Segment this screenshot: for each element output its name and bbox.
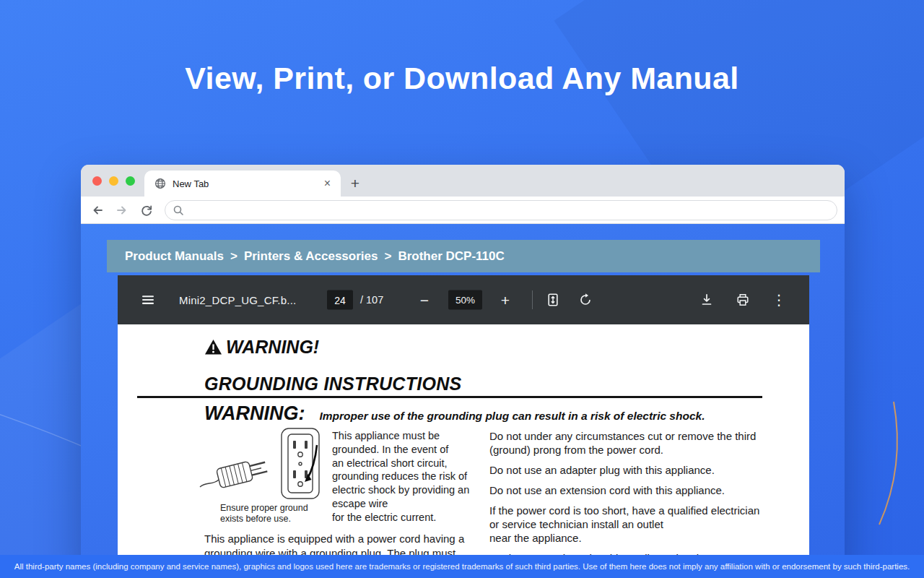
kebab-menu-icon[interactable]: ⋮ (766, 287, 792, 313)
page-title: View, Print, or Download Any Manual (0, 61, 924, 96)
download-icon[interactable] (694, 287, 720, 313)
browser-tab[interactable]: New Tab × (144, 171, 341, 197)
window-minimize-button[interactable] (109, 176, 118, 186)
pdf-page: WARNING! GROUNDING INSTRUCTIONS WARNING:… (118, 324, 809, 578)
window-zoom-button[interactable] (126, 176, 135, 186)
warning-triangle-icon (204, 339, 222, 355)
breadcrumb-item-product-manuals[interactable]: Product Manuals (125, 249, 224, 264)
page-total: / 107 (360, 294, 383, 306)
page-number-input[interactable] (327, 290, 353, 310)
pdf-filename: Mini2_DCP_UG_CF.b... (179, 294, 296, 306)
rotate-icon[interactable] (572, 287, 598, 313)
pdf-paragraph: If the power cord is too short, have a q… (489, 504, 778, 545)
zoom-level: 50% (448, 290, 482, 310)
tab-close-icon[interactable]: × (324, 178, 331, 189)
pdf-paragraph: Do not use an adapter plug with this app… (489, 463, 778, 477)
pdf-right-column: Do not under any circumstances cut or re… (489, 429, 778, 571)
breadcrumb-item-printers-accessories[interactable]: Printers & Accessories (244, 249, 378, 264)
pdf-warning-note: Improper use of the grounding plug can r… (319, 410, 705, 423)
browser-address-bar (81, 197, 845, 224)
browser-viewport: Product Manuals > Printers & Accessories… (81, 224, 845, 578)
pdf-warning-line: WARNING: Improper use of the grounding p… (204, 402, 705, 425)
pdf-paragraph: Do not under any circumstances cut or re… (489, 429, 778, 457)
footer-disclaimer: All third-party names (including company… (0, 555, 924, 578)
pdf-toolbar: Mini2_DCP_UG_CF.b... / 107 − 50% + (118, 275, 809, 324)
browser-window: New Tab × + Product Manuals > Printers &… (81, 165, 845, 578)
window-controls (92, 176, 135, 186)
back-icon[interactable] (88, 201, 107, 220)
pdf-left-column: This appliance must be grounded. In the … (332, 429, 494, 525)
breadcrumb-separator: > (230, 249, 237, 264)
pdf-warning-heading-row: WARNING! (204, 337, 319, 358)
breadcrumb-item-brother-dcp-110c[interactable]: Brother DCP-110C (398, 249, 504, 264)
breadcrumb-separator: > (384, 249, 391, 264)
pdf-divider-rule (137, 396, 762, 398)
globe-icon (154, 178, 166, 189)
reload-icon[interactable] (137, 201, 156, 220)
browser-tab-strip: New Tab × + (81, 165, 845, 197)
footer-disclaimer-text: All third-party names (including company… (14, 562, 910, 571)
window-close-button[interactable] (92, 176, 102, 186)
pdf-warning-label: WARNING: (204, 402, 305, 425)
fit-to-page-icon[interactable] (540, 287, 566, 313)
search-icon (173, 204, 184, 216)
new-tab-button[interactable]: + (345, 173, 365, 194)
print-icon[interactable] (730, 287, 756, 313)
tab-title: New Tab (173, 178, 318, 189)
address-input[interactable] (165, 200, 837, 220)
forward-icon[interactable] (113, 201, 131, 220)
plug-outlet-illustration (199, 426, 328, 504)
zoom-out-icon[interactable]: − (411, 287, 437, 313)
zoom-in-icon[interactable]: + (492, 287, 518, 313)
figure-caption: Ensure proper ground exists before use. (220, 503, 308, 525)
pdf-viewer: Mini2_DCP_UG_CF.b... / 107 − 50% + (118, 275, 809, 578)
breadcrumb: Product Manuals > Printers & Accessories… (107, 240, 820, 272)
pdf-paragraph: Do not use an extension cord with this a… (489, 483, 778, 497)
toolbar-divider (532, 290, 533, 309)
menu-icon[interactable] (135, 287, 161, 313)
pdf-section-heading: GROUNDING INSTRUCTIONS (204, 374, 462, 394)
pdf-warning-heading: WARNING! (226, 337, 319, 358)
